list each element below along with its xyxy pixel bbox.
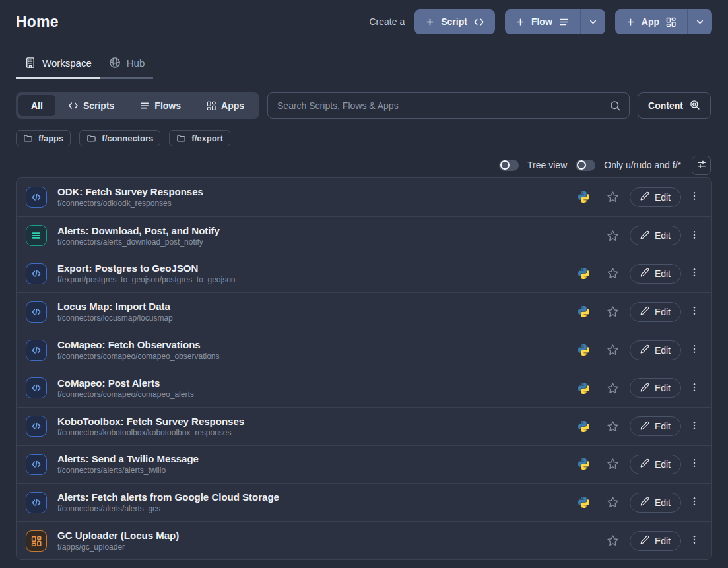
script-type-icon (26, 301, 47, 323)
edit-button[interactable]: Edit (630, 302, 681, 322)
plus-icon (425, 17, 435, 27)
favorite-star-button[interactable] (607, 344, 619, 356)
app-type-icon (26, 530, 47, 552)
list-item[interactable]: Alerts: Fetch alerts from Google Cloud S… (17, 483, 711, 521)
favorite-star-button[interactable] (607, 267, 619, 280)
create-app-dropdown-button[interactable] (687, 9, 712, 34)
search-wrap (267, 92, 630, 119)
item-actions: Edit (578, 455, 701, 474)
pencil-icon (640, 268, 649, 279)
item-path: f/export/postgres_to_geojson/postgres_to… (57, 275, 236, 285)
row-menu-button[interactable] (688, 493, 701, 511)
kebab-icon (689, 534, 700, 547)
edit-button[interactable]: Edit (630, 187, 681, 207)
edit-button[interactable]: Edit (630, 340, 681, 360)
edit-button[interactable]: Edit (630, 416, 681, 436)
edit-button[interactable]: Edit (630, 226, 681, 245)
search-input[interactable] (267, 92, 630, 119)
favorite-star-button[interactable] (607, 496, 619, 509)
item-path: f/connectors/comapeo/comapeo_alerts (57, 390, 194, 400)
create-script-button-group: Script (414, 9, 495, 34)
row-menu-button[interactable] (688, 379, 701, 397)
flow-type-icon (26, 225, 47, 246)
list-item[interactable]: CoMapeo: Fetch Observations f/connectors… (17, 331, 711, 369)
type-filter-segmented-control: All Scripts Flows Apps (16, 92, 259, 119)
row-menu-button[interactable] (688, 303, 701, 321)
item-title: GC Uploader (Locus Map) (57, 529, 179, 542)
folder-chip-apps[interactable]: f/apps (16, 130, 71, 146)
folder-chip-connectors[interactable]: f/connectors (79, 130, 160, 146)
list-item[interactable]: Export: Postgres to GeoJSON f/export/pos… (17, 255, 711, 293)
favorite-star-button[interactable] (607, 534, 619, 547)
owner-filter-label: Only u/rudo and f/* (604, 160, 681, 170)
globe-icon (109, 57, 121, 69)
kebab-icon (689, 382, 700, 394)
edit-button[interactable]: Edit (630, 378, 681, 398)
favorite-star-button[interactable] (607, 230, 619, 242)
edit-button-label: Edit (655, 497, 671, 508)
python-language-badge (578, 306, 589, 317)
row-menu-button[interactable] (688, 227, 701, 245)
create-script-button[interactable]: Script (414, 9, 495, 34)
list-settings-button[interactable] (692, 156, 711, 175)
script-type-icon (26, 416, 47, 437)
edit-button[interactable]: Edit (630, 264, 681, 284)
item-path: f/connectors/alerts/alerts_gcs (57, 504, 279, 514)
item-title: Alerts: Fetch alerts from Google Cloud S… (57, 491, 279, 503)
list-item[interactable]: GC Uploader (Locus Map) f/apps/gc_upload… (17, 521, 711, 559)
favorite-star-button[interactable] (607, 458, 619, 470)
tree-view-toggle[interactable] (499, 160, 519, 171)
create-flow-button[interactable]: Flow (505, 9, 580, 34)
code-icon (473, 16, 484, 28)
item-text: Locus Map: Import Data f/connectors/locu… (57, 300, 173, 323)
kebab-icon (689, 458, 700, 470)
row-menu-button[interactable] (688, 455, 701, 473)
item-text: CoMapeo: Post Alerts f/connectors/comape… (57, 377, 194, 400)
row-menu-button[interactable] (688, 265, 701, 282)
row-menu-button[interactable] (688, 418, 701, 435)
segment-flows[interactable]: Flows (127, 95, 193, 116)
edit-button-label: Edit (655, 459, 671, 470)
favorite-star-button[interactable] (607, 420, 619, 433)
item-path: f/connectors/alerts/alerts_twilio (57, 466, 199, 476)
favorite-star-button[interactable] (607, 382, 619, 394)
tab-workspace[interactable]: Workspace (16, 57, 100, 79)
edit-button-label: Edit (655, 536, 671, 546)
items-list: ODK: Fetch Survey Responses f/connectors… (16, 177, 712, 560)
tab-hub-label: Hub (127, 57, 145, 69)
edit-button[interactable]: Edit (630, 531, 681, 551)
folder-chip-apps-label: f/apps (38, 133, 63, 143)
folder-chip-export[interactable]: f/export (169, 130, 230, 146)
content-search-button[interactable]: Content (638, 92, 711, 119)
list-item[interactable]: CoMapeo: Post Alerts f/connectors/comape… (17, 369, 711, 407)
item-title: Locus Map: Import Data (57, 300, 173, 313)
owner-filter-toggle[interactable] (576, 160, 595, 171)
list-item[interactable]: Alerts: Download, Post, and Notify f/con… (17, 216, 711, 255)
building-icon (24, 57, 36, 69)
item-title: CoMapeo: Fetch Observations (57, 338, 219, 351)
pencil-icon (640, 344, 649, 356)
list-item[interactable]: KoboToolbox: Fetch Survey Responses f/co… (17, 407, 711, 445)
item-text: KoboToolbox: Fetch Survey Responses f/co… (57, 415, 244, 438)
item-text: ODK: Fetch Survey Responses f/connectors… (57, 185, 203, 208)
favorite-star-button[interactable] (607, 305, 619, 318)
script-type-icon (26, 263, 47, 284)
row-menu-button[interactable] (688, 188, 701, 206)
segment-scripts[interactable]: Scripts (55, 95, 127, 116)
create-flow-dropdown-button[interactable] (580, 9, 605, 34)
edit-button[interactable]: Edit (630, 455, 681, 474)
create-app-button[interactable]: App (615, 9, 687, 34)
list-item[interactable]: Alerts: Send a Twilio Message f/connecto… (17, 445, 711, 484)
favorite-star-button[interactable] (607, 191, 619, 203)
row-menu-button[interactable] (688, 532, 701, 550)
segment-apps[interactable]: Apps (193, 95, 257, 116)
segment-all-label: All (31, 100, 43, 111)
list-item[interactable]: ODK: Fetch Survey Responses f/connectors… (17, 178, 711, 216)
item-path: f/connectors/alerts_download_post_notify (57, 237, 220, 247)
folder-icon (176, 133, 186, 143)
segment-all[interactable]: All (18, 95, 55, 116)
edit-button[interactable]: Edit (630, 493, 681, 513)
list-item[interactable]: Locus Map: Import Data f/connectors/locu… (17, 292, 711, 331)
tab-hub[interactable]: Hub (100, 57, 154, 79)
row-menu-button[interactable] (688, 341, 701, 359)
